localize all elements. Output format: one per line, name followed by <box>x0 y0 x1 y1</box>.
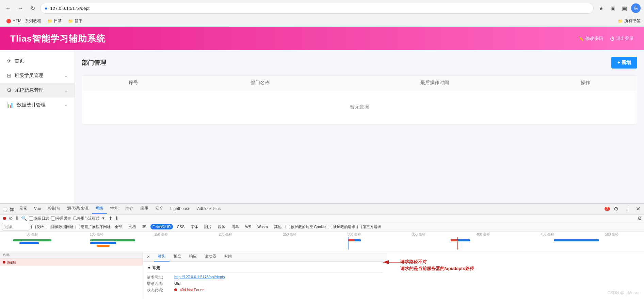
detail-tab-headers[interactable]: 标头 <box>154 252 170 261</box>
devtools-tab-performance[interactable]: 性能 <box>107 204 122 214</box>
forward-button[interactable]: → <box>16 3 25 13</box>
detail-tab-preview[interactable]: 预览 <box>170 252 185 261</box>
all-bookmarks-icon: 📁 <box>618 19 623 24</box>
sidebar-item-system-management[interactable]: ⚙ 系统信息管理 ⌄ <box>0 83 75 98</box>
devtools-tab-elements[interactable]: 元素 <box>16 204 31 214</box>
bookmark-changping[interactable]: 📁 昌平 <box>65 17 85 25</box>
filter-doc-btn[interactable]: 文档 <box>126 224 138 230</box>
bookmark-button[interactable]: ★ <box>596 3 606 13</box>
add-button[interactable]: + 新增 <box>611 57 637 69</box>
chevron-down-icon: ⌄ <box>64 73 68 78</box>
devtools-more-btn[interactable]: ⋮ <box>622 204 632 214</box>
empty-text: 暂无数据 <box>82 90 637 124</box>
page-header: 部门管理 + 新增 <box>82 57 637 69</box>
export-btn[interactable]: ⬇ <box>115 215 119 221</box>
filter-xhr-btn[interactable]: Fetch/XHR <box>150 224 173 229</box>
devtools-tab-adblock[interactable]: Adblock Plus <box>194 204 224 214</box>
disable-cache-checkbox[interactable]: 停用缓存 <box>51 216 71 221</box>
tl-50: 50 毫秒 <box>0 232 64 237</box>
filter-input[interactable] <box>2 223 29 230</box>
sidebar-item-data-management[interactable]: 📊 数据统计管理 ⌄ <box>0 98 75 112</box>
detail-tab-timing[interactable]: 时间 <box>220 252 236 261</box>
filter-css-btn[interactable]: CSS <box>175 224 187 229</box>
clear-btn[interactable]: ⊘ <box>9 215 13 221</box>
devtools-tab-sources[interactable]: 源代码/来源 <box>64 204 92 214</box>
devtools-tab-security[interactable]: 安全 <box>152 204 167 214</box>
sidebar-item-home[interactable]: ✈ 首页 <box>0 54 75 68</box>
devtools-tab-console[interactable]: 控制台 <box>45 204 64 214</box>
detail-close-btn[interactable]: × <box>144 253 152 261</box>
timeline-labels: 50 毫秒 100 毫秒 150 毫秒 200 毫秒 250 毫秒 300 毫秒… <box>0 231 644 237</box>
detail-tab-initiator[interactable]: 启动器 <box>201 252 220 261</box>
page-title: 部门管理 <box>82 59 106 67</box>
status-label: 状态代码: <box>147 288 174 293</box>
error-dot <box>3 261 5 264</box>
devtools-tab-lighthouse[interactable]: Lighthouse <box>167 204 194 214</box>
reload-button[interactable]: ↻ <box>28 3 37 13</box>
throttle-dropdown[interactable]: ▼ <box>101 216 105 220</box>
profile-icon[interactable]: ▣ <box>619 3 629 13</box>
filter-wasm-btn[interactable]: Wasm <box>255 224 270 229</box>
devtools-settings-icon[interactable]: ⚙ <box>638 215 642 221</box>
devtools-close-btn[interactable]: ✕ <box>633 204 643 214</box>
sidebar-item-class-management[interactable]: ⊞ 班级学员管理 ⌄ <box>0 68 75 83</box>
timeline-area: 50 毫秒 100 毫秒 150 毫秒 200 毫秒 250 毫秒 300 毫秒… <box>0 231 644 252</box>
detail-tab-response[interactable]: 响应 <box>185 252 201 261</box>
url-label: 请求网址: <box>147 275 174 280</box>
blocked-cookie-checkbox[interactable]: 被屏蔽的响应 Cookie <box>286 224 326 229</box>
hide-extension-url-checkbox[interactable]: 隐藏扩展程序网址 <box>76 224 111 229</box>
chevron-down-icon-2: ⌄ <box>64 88 68 93</box>
bookmark-changping-icon: 📁 <box>68 19 73 24</box>
logout-btn[interactable]: ⏻ 退出登录 <box>610 35 634 42</box>
filter-font-btn[interactable]: 字体 <box>189 224 200 230</box>
tl-100: 100 毫秒 <box>64 232 129 237</box>
filter-js-btn[interactable]: JS <box>140 224 148 229</box>
preserve-log-checkbox[interactable]: 保留日志 <box>29 216 49 221</box>
detail-tabs: × 标头 预览 响应 启动器 时间 <box>143 252 387 262</box>
devtools-settings-btn[interactable]: ⚙ <box>611 204 621 214</box>
bookmark-daily[interactable]: 📁 日常 <box>45 17 65 25</box>
detail-section-title-general: ▼ 常规 <box>147 264 383 273</box>
address-bar[interactable]: ● 127.0.0.1:5173/dept <box>40 3 594 14</box>
back-button[interactable]: ← <box>3 3 13 13</box>
status-error-dot <box>174 288 177 291</box>
class-icon: ⊞ <box>7 72 11 79</box>
devtools-tab-vue[interactable]: Vue <box>31 204 45 214</box>
hide-data-url-checkbox[interactable]: 隐藏数据网址 <box>46 224 74 229</box>
network-row-depts[interactable]: depts <box>0 258 143 266</box>
devtools-filter-bar: 反转 隐藏数据网址 隐藏扩展程序网址 全部 文档 JS Fetch/XHR CS… <box>0 222 644 231</box>
filter-other-btn[interactable]: 其他 <box>272 224 284 230</box>
devtools-tab-network[interactable]: 网络 <box>92 204 107 214</box>
change-password-btn[interactable]: ✏️ 修改密码 <box>578 35 603 42</box>
tl-150: 150 毫秒 <box>129 232 193 237</box>
error-badge: 2 <box>605 207 610 211</box>
record-btn[interactable]: ⏺ <box>2 215 7 221</box>
extension-button[interactable]: ▣ <box>608 3 617 13</box>
filter-manifest-btn[interactable]: 清单 <box>229 224 241 230</box>
third-party-checkbox[interactable]: 第三方请求 <box>357 224 381 229</box>
chevron-down-icon-3: ⌄ <box>64 103 68 107</box>
filter-ws-btn[interactable]: WS <box>243 224 253 229</box>
filter-all-btn[interactable]: 全部 <box>113 224 124 230</box>
filter-media-btn[interactable]: 媒体 <box>216 224 227 230</box>
search-network-btn[interactable]: 🔍 <box>21 215 27 221</box>
tl-250: 250 毫秒 <box>258 232 322 237</box>
bookmark-html[interactable]: 🔴 HTML 系列教程 <box>3 17 44 25</box>
invert-checkbox[interactable]: 反转 <box>31 224 44 229</box>
devtools-tab-memory[interactable]: 内存 <box>122 204 137 214</box>
devtools-cursor-icon[interactable]: ⬚ <box>1 206 9 212</box>
blocked-requests-checkbox[interactable]: 被屏蔽的请求 <box>328 224 355 229</box>
all-bookmarks[interactable]: 📁 所有书签 <box>618 18 641 24</box>
user-avatar[interactable]: 头 <box>631 3 641 13</box>
data-icon: 📊 <box>7 102 14 108</box>
filter-toggle-btn[interactable]: ⬇ <box>15 215 19 221</box>
bookmark-html-icon: 🔴 <box>6 19 11 24</box>
network-list: 名称 depts <box>0 252 143 299</box>
devtools-device-icon[interactable]: ▦ <box>9 206 16 212</box>
tl-500: 500 毫秒 <box>580 232 644 237</box>
detail-general-section: ▼ 常规 请求网址: http://127.0.0.1:5173/api/dep… <box>143 262 387 296</box>
import-btn[interactable]: ⬆ <box>109 215 113 221</box>
devtools-tab-application[interactable]: 应用 <box>137 204 152 214</box>
devtools-tabs: ⬚ ▦ 元素 Vue 控制台 源代码/来源 网络 性能 内存 应用 安全 Lig… <box>0 204 644 214</box>
filter-img-btn[interactable]: 图片 <box>202 224 214 230</box>
